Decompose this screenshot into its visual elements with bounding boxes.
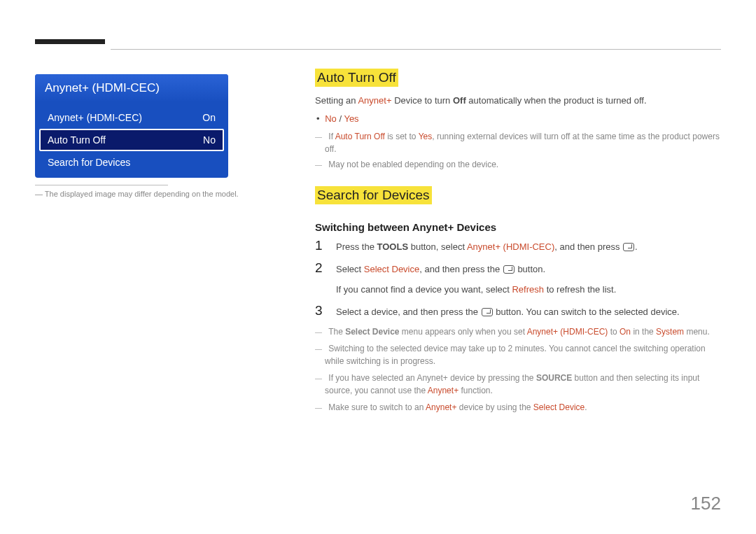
step-2: 2 Select Select Device, and then press t… — [315, 261, 721, 297]
enter-icon — [482, 308, 493, 316]
enter-icon — [503, 265, 514, 274]
right-column: Auto Turn Off Setting an Anynet+ Device … — [245, 42, 721, 418]
osd-menu-title: Anynet+ (HDMI-CEC) — [35, 74, 228, 102]
osd-menu-item-value: On — [202, 112, 216, 123]
section2-subheading: Switching between Anynet+ Devices — [315, 221, 721, 233]
osd-menu-item-value: No — [203, 134, 216, 146]
section2-note3: If you have selected an Anynet+ device b… — [325, 372, 721, 397]
step-1: 1 Press the TOOLS button, select Anynet+… — [315, 239, 721, 254]
osd-menu-item-anynet[interactable]: Anynet+ (HDMI-CEC) On — [39, 106, 224, 129]
section2-note4: Make sure to switch to an Anynet+ device… — [325, 401, 721, 414]
osd-menu-item-label: Anynet+ (HDMI-CEC) — [48, 112, 142, 123]
osd-menu-item-label: Auto Turn Off — [48, 134, 106, 146]
list-item: No / Yes — [325, 112, 721, 126]
section-title-search-devices: Search for Devices — [315, 186, 432, 204]
section1-description: Setting an Anynet+ Device to turn Off au… — [315, 94, 721, 108]
section2-notes: The Select Device menu appears only when… — [315, 325, 721, 414]
osd-menu-item-label: Search for Devices — [48, 157, 130, 168]
step-number: 2 — [315, 261, 336, 274]
step-3: 3 Select a device, and then press the bu… — [315, 304, 721, 319]
step-number: 3 — [315, 304, 336, 317]
caption-divider — [35, 185, 168, 185]
section2-note2: Switching to the selected device may tak… — [325, 342, 721, 367]
page-number: 152 — [691, 493, 721, 514]
left-column: Anynet+ (HDMI-CEC) Anynet+ (HDMI-CEC) On… — [35, 42, 245, 418]
section-auto-turn-off: Auto Turn Off Setting an Anynet+ Device … — [315, 69, 721, 171]
steps-list: 1 Press the TOOLS button, select Anynet+… — [315, 239, 721, 318]
osd-menu-card: Anynet+ (HDMI-CEC) Anynet+ (HDMI-CEC) On… — [35, 74, 228, 178]
section2-note1: The Select Device menu appears only when… — [325, 325, 721, 338]
section-title-auto-turn-off: Auto Turn Off — [315, 69, 398, 87]
section1-note2: May not be enabled depending on the devi… — [325, 158, 721, 171]
section1-options: No / Yes — [325, 112, 721, 126]
enter-icon — [623, 243, 634, 251]
osd-menu-item-auto-turn-off[interactable]: Auto Turn Off No — [39, 129, 224, 151]
osd-menu-item-search-devices[interactable]: Search for Devices — [39, 151, 224, 174]
step-number: 1 — [315, 239, 336, 252]
top-tab-marker — [35, 39, 105, 44]
section-search-devices: Search for Devices Switching between Any… — [315, 186, 721, 414]
menu-footnote: ― The displayed image may differ dependi… — [35, 190, 245, 198]
section1-note1: If Auto Turn Off is set to Yes, running … — [325, 130, 721, 155]
top-divider — [111, 49, 721, 50]
